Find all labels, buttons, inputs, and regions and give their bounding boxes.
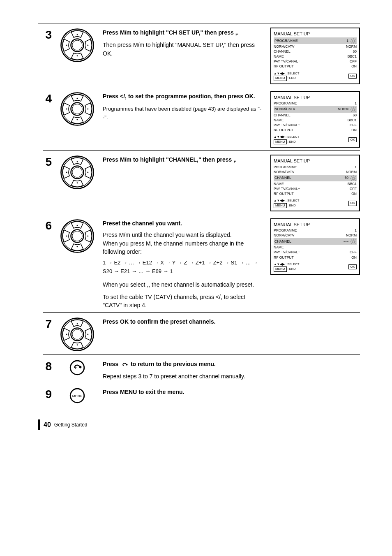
screen-title: MANUAL SET UP xyxy=(274,95,357,100)
svg-text:MENU: MENU xyxy=(72,394,83,398)
menu-button-icon: MENU xyxy=(58,386,97,404)
page-number: 40 xyxy=(44,421,51,429)
step-number: 3 xyxy=(38,27,52,42)
page-marker-bar xyxy=(38,419,40,430)
step-text: Press to return to the previous menu. Re… xyxy=(103,358,262,381)
screen-box-3: MANUAL SET UP PROGRAMME1 NORM/CATVNORM C… xyxy=(270,28,360,84)
svg-point-14 xyxy=(70,361,84,375)
step-text: Press OK to confirm the preset channels. xyxy=(103,316,262,326)
step-9: 9 MENU Press MENU to exit the menu. xyxy=(38,386,360,404)
screen-box-5: MANUAL SET UP PROGRAMME1 NORM/CATVNORM C… xyxy=(270,155,360,211)
step-8: 8 Press to return to the previous menu. … xyxy=(38,358,360,381)
step-text: Press MENU to exit the menu. xyxy=(103,386,262,396)
screen-title: MANUAL SET UP xyxy=(274,31,357,37)
step-text: Preset the channel you want. Press M/m u… xyxy=(103,218,262,310)
chapter-title: Getting Started xyxy=(54,422,88,428)
step-6: 6 Preset the channel you want. Press M/m… xyxy=(38,218,360,310)
step-number: 4 xyxy=(38,90,52,105)
channel-sequence: 1 → E2 → … → E12 → X → Y → Z → Z+1 → Z+2… xyxy=(103,259,258,274)
navpad-icon xyxy=(58,27,97,63)
highlight-sun-icon xyxy=(350,175,356,181)
highlight-sun-icon xyxy=(350,239,356,244)
step-3: 3 Press M/m to highlight "CH SET UP," th… xyxy=(38,27,360,84)
step-5: 5 Press M/m to highlight "CHANNEL," then… xyxy=(38,154,360,211)
step-4: 4 Press </, to set the programme positio… xyxy=(38,90,360,148)
step-7: 7 Press OK to confirm the preset channel… xyxy=(38,316,360,352)
highlight-sun-icon xyxy=(350,107,356,112)
navpad-icon xyxy=(58,218,97,254)
step-text: Press M/m to highlight "CH SET UP," then… xyxy=(103,27,262,58)
navpad-icon xyxy=(58,316,97,352)
ok-label: OK xyxy=(348,201,357,206)
navpad-icon xyxy=(58,90,97,127)
ok-label: OK xyxy=(348,137,357,142)
step-text: Press </, to set the programme position,… xyxy=(103,90,262,122)
step-text: Press M/m to highlight "CHANNEL," then p… xyxy=(103,154,262,164)
ok-label: OK xyxy=(348,74,357,79)
step-number: 6 xyxy=(38,218,52,232)
step-number: 7 xyxy=(38,316,52,331)
return-button-icon xyxy=(58,358,97,376)
screen-box-6: MANUAL SET UP PROGRAMME1 NORM/CATVNORM C… xyxy=(270,218,360,275)
screen-title: MANUAL SET UP xyxy=(274,158,357,164)
screen-title: MANUAL SET UP xyxy=(274,222,357,227)
screen-box-4: MANUAL SET UP PROGRAMME1 NORM/CATVNORM C… xyxy=(270,91,360,148)
step-number: 8 xyxy=(38,358,52,373)
step-number: 5 xyxy=(38,154,52,169)
step-number: 9 xyxy=(38,386,52,401)
ok-label: OK xyxy=(348,264,357,269)
navpad-icon xyxy=(58,154,97,190)
highlight-sun-icon xyxy=(350,38,356,44)
return-icon xyxy=(120,361,129,368)
